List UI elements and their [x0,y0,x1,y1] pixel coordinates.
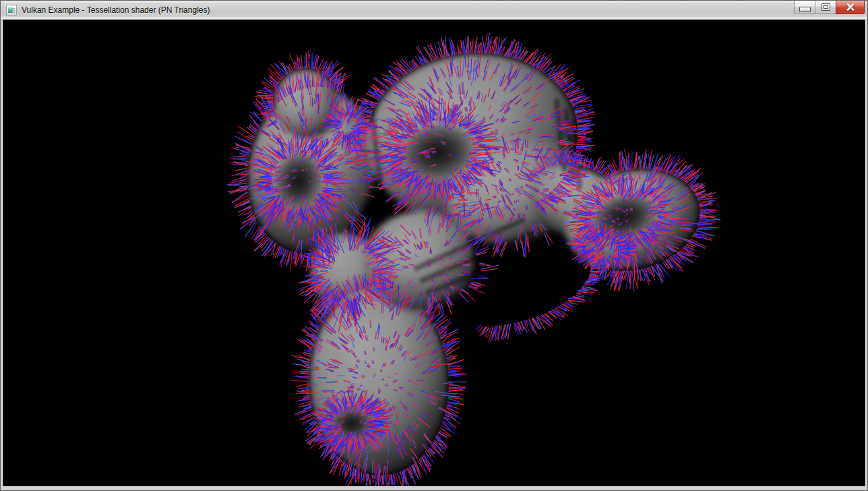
close-icon [846,3,855,12]
titlebar[interactable]: Vulkan Example - Tessellation shader (PN… [1,1,867,20]
maximize-icon [822,3,830,11]
app-window: Vulkan Example - Tessellation shader (PN… [0,0,868,491]
minimize-button[interactable] [794,1,815,14]
window-controls [794,1,865,14]
tessellation-render [3,20,865,486]
app-icon-lines [12,8,15,13]
app-icon[interactable] [6,5,17,16]
maximize-button[interactable] [815,1,836,14]
window-title: Vulkan Example - Tessellation shader (PN… [22,5,210,15]
minimize-icon [799,7,811,12]
render-viewport[interactable] [3,20,865,486]
close-button[interactable] [836,1,865,14]
